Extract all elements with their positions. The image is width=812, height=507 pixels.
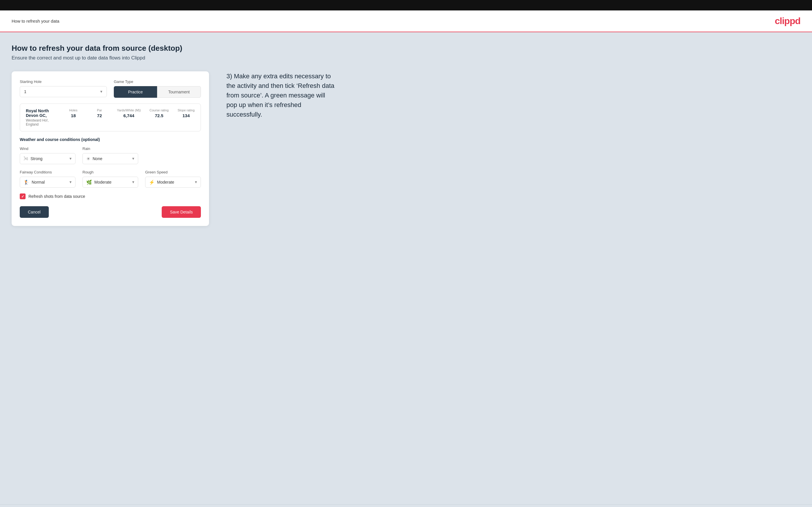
fairway-label: Fairway Conditions — [20, 170, 75, 174]
slope-rating-value: 134 — [182, 113, 190, 118]
conditions-row-1: Wind 🌬 None Light Moderate Strong ▼ Rain — [20, 147, 201, 164]
rain-select[interactable]: None Light Moderate Heavy — [90, 154, 138, 164]
checkmark-icon: ✓ — [21, 194, 24, 199]
refresh-checkbox-row: ✓ Refresh shots from data source — [20, 193, 201, 199]
spacer-1 — [145, 147, 201, 164]
green-speed-group: Green Speed ⚡ Slow Moderate Fast ▼ — [145, 170, 201, 188]
form-card: Starting Hole 1 10 ▼ Game Type Practice … — [12, 71, 209, 226]
starting-hole-label: Starting Hole — [20, 79, 107, 84]
starting-hole-group: Starting Hole 1 10 ▼ — [20, 79, 107, 98]
rough-label: Rough — [83, 170, 138, 174]
course-stats: Holes 18 Par 72 Yards/White (M)) 6,744 — [65, 109, 195, 118]
fairway-select[interactable]: Dry Normal Wet — [29, 177, 75, 187]
par-stat: Par 72 — [91, 109, 108, 118]
course-rating-value: 72.5 — [155, 113, 163, 118]
green-speed-icon: ⚡ — [145, 179, 155, 185]
green-speed-label: Green Speed — [145, 170, 201, 174]
yards-stat: Yards/White (M)) 6,744 — [117, 109, 141, 118]
wind-select-wrapper[interactable]: 🌬 None Light Moderate Strong ▼ — [20, 153, 75, 164]
wind-group: Wind 🌬 None Light Moderate Strong ▼ — [20, 147, 75, 164]
rain-group: Rain ☀ None Light Moderate Heavy ▼ — [83, 147, 138, 164]
rough-icon: 🌿 — [83, 179, 92, 185]
wind-label: Wind — [20, 147, 75, 151]
rough-group: Rough 🌿 Light Moderate Heavy ▼ — [83, 170, 138, 188]
fairway-group: Fairway Conditions 🏌 Dry Normal Wet ▼ — [20, 170, 75, 188]
game-type-toggle: Practice Tournament — [114, 86, 201, 98]
rain-label: Rain — [83, 147, 138, 151]
fairway-icon: 🏌 — [20, 179, 29, 185]
slope-rating-label: Slope rating — [178, 109, 195, 112]
course-info-row: Royal North Devon GC, Westward Ho!, Engl… — [26, 109, 195, 126]
save-details-button[interactable]: Save Details — [162, 206, 201, 218]
main-content: How to refresh your data from source (de… — [0, 32, 812, 504]
yards-value: 6,744 — [123, 113, 135, 118]
game-type-label: Game Type — [114, 79, 201, 84]
button-row: Cancel Save Details — [20, 206, 201, 218]
starting-hole-select-wrapper[interactable]: 1 10 ▼ — [20, 86, 107, 97]
wind-select[interactable]: None Light Moderate Strong — [28, 154, 75, 164]
par-value: 72 — [97, 113, 102, 118]
course-details: Royal North Devon GC, Westward Ho!, Engl… — [26, 109, 60, 126]
header-title: How to refresh your data — [12, 18, 59, 23]
tournament-button[interactable]: Tournament — [157, 86, 201, 98]
holes-stat: Holes 18 — [65, 109, 82, 118]
rain-select-wrapper[interactable]: ☀ None Light Moderate Heavy ▼ — [83, 153, 138, 164]
course-rating-label: Course rating — [150, 109, 169, 112]
green-speed-select[interactable]: Slow Moderate Fast — [155, 177, 201, 187]
instruction-text: 3) Make any extra edits necessary to the… — [226, 71, 337, 119]
conditions-heading: Weather and course conditions (optional) — [20, 137, 201, 142]
top-form-row: Starting Hole 1 10 ▼ Game Type Practice … — [20, 79, 201, 98]
slope-rating-stat: Slope rating 134 — [177, 109, 195, 118]
rain-icon: ☀ — [83, 156, 90, 162]
footer: Copyright Clippd 2022 — [0, 504, 812, 507]
page-heading: How to refresh your data from source (de… — [12, 44, 800, 53]
refresh-checkbox[interactable]: ✓ — [20, 193, 26, 199]
holes-value: 18 — [71, 113, 76, 118]
course-card: Royal North Devon GC, Westward Ho!, Engl… — [20, 104, 201, 131]
course-name: Royal North Devon GC, — [26, 109, 60, 118]
green-speed-select-wrapper[interactable]: ⚡ Slow Moderate Fast ▼ — [145, 177, 201, 188]
holes-label: Holes — [69, 109, 78, 112]
logo: clippd — [775, 16, 800, 26]
game-type-group: Game Type Practice Tournament — [114, 79, 201, 98]
refresh-checkbox-label: Refresh shots from data source — [29, 194, 85, 199]
content-area: Starting Hole 1 10 ▼ Game Type Practice … — [12, 71, 800, 226]
fairway-select-wrapper[interactable]: 🏌 Dry Normal Wet ▼ — [20, 177, 75, 188]
practice-button[interactable]: Practice — [114, 86, 157, 98]
wind-icon: 🌬 — [20, 156, 28, 161]
page-subheading: Ensure the correct and most up to date d… — [12, 55, 800, 61]
starting-hole-select[interactable]: 1 10 — [20, 87, 107, 97]
rough-select-wrapper[interactable]: 🌿 Light Moderate Heavy ▼ — [83, 177, 138, 188]
course-rating-stat: Course rating 72.5 — [150, 109, 169, 118]
cancel-button[interactable]: Cancel — [20, 206, 49, 218]
conditions-row-2: Fairway Conditions 🏌 Dry Normal Wet ▼ Ro… — [20, 170, 201, 188]
course-location: Westward Ho!, England — [26, 118, 60, 126]
par-label: Par — [97, 109, 102, 112]
yards-label: Yards/White (M)) — [117, 109, 141, 112]
side-instruction: 3) Make any extra edits necessary to the… — [226, 71, 337, 119]
rough-select[interactable]: Light Moderate Heavy — [92, 177, 138, 187]
top-bar — [0, 0, 812, 10]
header: How to refresh your data clippd — [0, 10, 812, 32]
